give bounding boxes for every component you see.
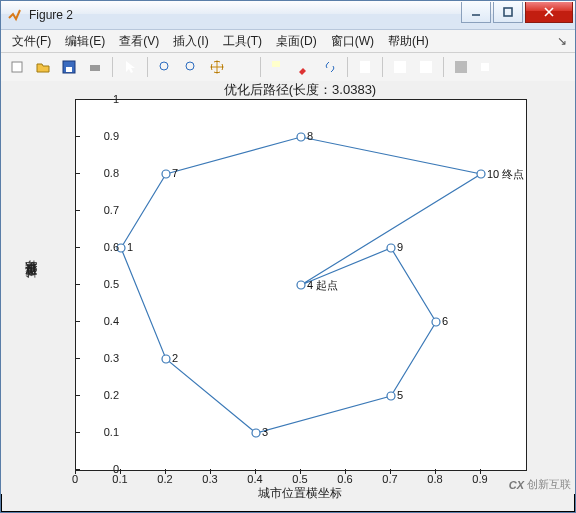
y-tick-label: 0.7 bbox=[79, 204, 119, 216]
y-tick-label: 0.6 bbox=[79, 241, 119, 253]
y-tick-label: 0 bbox=[79, 463, 119, 475]
x-tick-label: 0.2 bbox=[157, 473, 172, 485]
y-tick-label: 1 bbox=[79, 93, 119, 105]
minimize-button[interactable] bbox=[461, 2, 491, 23]
svg-point-9 bbox=[160, 62, 168, 70]
point-label: 5 bbox=[397, 389, 403, 401]
titlebar[interactable]: Figure 2 bbox=[1, 1, 575, 30]
datacursor-icon[interactable] bbox=[266, 55, 290, 79]
x-tick-label: 0 bbox=[72, 473, 78, 485]
y-tick-label: 0.4 bbox=[79, 315, 119, 327]
matlab-icon bbox=[7, 7, 23, 23]
layout-icon[interactable] bbox=[414, 55, 438, 79]
toolbar-separator bbox=[260, 57, 261, 77]
y-axis-label: 城市位置纵坐标 bbox=[23, 99, 39, 469]
path-marker bbox=[432, 318, 440, 326]
svg-rect-22 bbox=[394, 61, 406, 73]
zoom-in-icon[interactable] bbox=[153, 55, 177, 79]
line-plot bbox=[76, 100, 526, 470]
figure-area: 优化后路径(长度：3.0383) 城市位置横坐标 城市位置纵坐标 00.10.2… bbox=[1, 81, 575, 494]
menu-edit[interactable]: 编辑(E) bbox=[58, 31, 112, 52]
point-label: 9 bbox=[397, 241, 403, 253]
x-axis-label: 城市位置横坐标 bbox=[75, 485, 525, 502]
watermark-logo-icon: CX bbox=[509, 479, 524, 491]
menu-help[interactable]: 帮助(H) bbox=[381, 31, 436, 52]
toolbar-separator bbox=[443, 57, 444, 77]
path-marker bbox=[387, 392, 395, 400]
svg-rect-20 bbox=[360, 61, 370, 73]
svg-rect-6 bbox=[66, 67, 72, 72]
point-label: 8 bbox=[307, 130, 313, 142]
save-icon[interactable] bbox=[57, 55, 81, 79]
y-tick-label: 0.2 bbox=[79, 389, 119, 401]
point-label: 6 bbox=[442, 315, 448, 327]
point-label: 7 bbox=[172, 167, 178, 179]
x-tick-label: 0.3 bbox=[202, 473, 217, 485]
point-label: 1 bbox=[127, 241, 133, 253]
menu-tools[interactable]: 工具(T) bbox=[216, 31, 269, 52]
menu-window[interactable]: 窗口(W) bbox=[324, 31, 381, 52]
dock-icon[interactable] bbox=[449, 55, 473, 79]
y-tick-label: 0.8 bbox=[79, 167, 119, 179]
x-tick-label: 0.8 bbox=[427, 473, 442, 485]
x-tick-label: 0.5 bbox=[292, 473, 307, 485]
new-figure-icon[interactable] bbox=[5, 55, 29, 79]
svg-point-16 bbox=[237, 64, 249, 70]
svg-rect-7 bbox=[90, 65, 100, 71]
colorbar-icon[interactable] bbox=[353, 55, 377, 79]
menu-file[interactable]: 文件(F) bbox=[5, 31, 58, 52]
menubar: 文件(F) 编辑(E) 查看(V) 插入(I) 工具(T) 桌面(D) 窗口(W… bbox=[1, 30, 575, 53]
path-marker bbox=[297, 281, 305, 289]
y-tick-label: 0.3 bbox=[79, 352, 119, 364]
path-marker bbox=[162, 170, 170, 178]
axes-title: 优化后路径(长度：3.0383) bbox=[75, 81, 525, 99]
axes[interactable] bbox=[75, 99, 527, 471]
toolbar-separator bbox=[382, 57, 383, 77]
x-tick-label: 0.9 bbox=[472, 473, 487, 485]
menu-desktop[interactable]: 桌面(D) bbox=[269, 31, 324, 52]
point-label: 3 bbox=[262, 426, 268, 438]
menu-chevron-icon[interactable]: ↘ bbox=[553, 34, 571, 48]
link-icon[interactable] bbox=[318, 55, 342, 79]
watermark-text: 创新互联 bbox=[527, 477, 571, 492]
window-buttons bbox=[461, 2, 573, 22]
legend-icon[interactable] bbox=[388, 55, 412, 79]
toolbar-separator bbox=[147, 57, 148, 77]
x-tick-label: 0.4 bbox=[247, 473, 262, 485]
svg-rect-28 bbox=[481, 63, 489, 71]
close-button[interactable] bbox=[525, 2, 573, 23]
point-label: 10 终点 bbox=[487, 167, 524, 182]
undock-icon[interactable] bbox=[475, 55, 499, 79]
path-marker bbox=[477, 170, 485, 178]
svg-rect-24 bbox=[420, 61, 432, 73]
maximize-button[interactable] bbox=[493, 2, 523, 23]
path-marker bbox=[252, 429, 260, 437]
svg-point-13 bbox=[186, 62, 194, 70]
menu-view[interactable]: 查看(V) bbox=[112, 31, 166, 52]
pointer-icon[interactable] bbox=[118, 55, 142, 79]
svg-rect-4 bbox=[12, 62, 22, 72]
x-tick-label: 0.7 bbox=[382, 473, 397, 485]
y-tick-label: 0.9 bbox=[79, 130, 119, 142]
path-marker bbox=[162, 355, 170, 363]
path-marker bbox=[297, 133, 305, 141]
rotate3d-icon[interactable] bbox=[231, 55, 255, 79]
toolbar-separator bbox=[112, 57, 113, 77]
svg-rect-1 bbox=[504, 8, 512, 16]
brush-icon[interactable] bbox=[292, 55, 316, 79]
print-icon[interactable] bbox=[83, 55, 107, 79]
svg-rect-17 bbox=[272, 61, 280, 67]
svg-rect-27 bbox=[455, 61, 467, 73]
point-label: 4 起点 bbox=[307, 278, 338, 293]
point-label: 2 bbox=[172, 352, 178, 364]
y-tick-label: 0.1 bbox=[79, 426, 119, 438]
menu-insert[interactable]: 插入(I) bbox=[166, 31, 215, 52]
zoom-out-icon[interactable] bbox=[179, 55, 203, 79]
pan-icon[interactable] bbox=[205, 55, 229, 79]
x-tick-label: 0.6 bbox=[337, 473, 352, 485]
open-icon[interactable] bbox=[31, 55, 55, 79]
figure-window: Figure 2 文件(F) 编辑(E) 查看(V) 插入(I) 工具(T) 桌… bbox=[0, 0, 576, 513]
toolbar-separator bbox=[347, 57, 348, 77]
toolbar bbox=[1, 53, 575, 82]
y-tick-label: 0.5 bbox=[79, 278, 119, 290]
